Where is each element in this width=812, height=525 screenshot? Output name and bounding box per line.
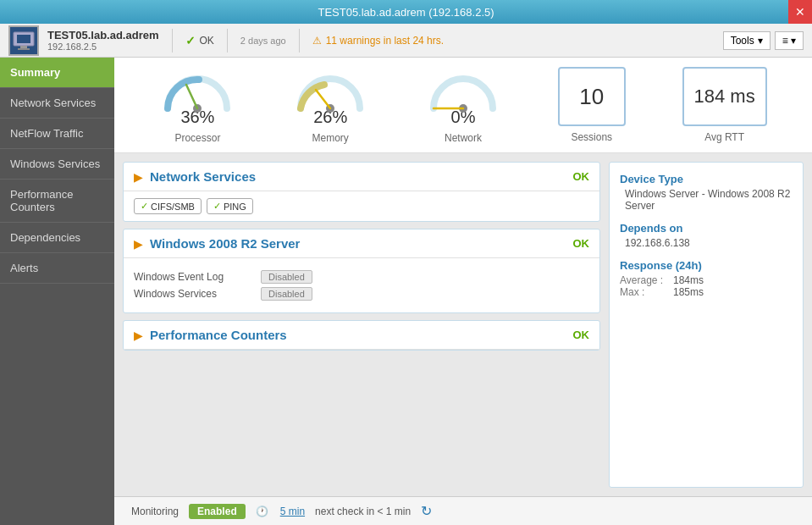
sidebar-item-netflow-traffic[interactable]: NetFlow Traffic: [0, 119, 114, 149]
tools-button[interactable]: Tools ▾: [723, 31, 771, 50]
monitoring-label: Monitoring: [131, 506, 179, 517]
sidebar-item-alerts[interactable]: Alerts: [0, 253, 114, 284]
windows2008-header: ▶ Windows 2008 R2 Server OK: [124, 229, 599, 258]
response-section: Response (24h) Average : 184ms Max : 185…: [620, 259, 793, 298]
depends-on-section: Depends on 192.168.6.138: [620, 222, 793, 249]
processor-metric: 36% Processor: [159, 66, 235, 144]
title-bar: TEST05.lab.ad.adrem (192.168.2.5) ✕: [0, 0, 812, 24]
max-label: Max :: [620, 286, 666, 298]
depends-on-value: 192.168.6.138: [620, 237, 793, 249]
perf-counters-header: ▶ Performance Counters OK: [124, 321, 599, 350]
hostname: TEST05.lab.ad.adrem: [47, 29, 159, 41]
sidebar-item-network-services[interactable]: Network Services: [0, 88, 114, 119]
clock-icon: 🕐: [256, 506, 268, 517]
right-panel: Device Type Windows Server - Windows 200…: [609, 162, 804, 488]
chevron-down-icon: ▾: [791, 35, 796, 47]
perf-counters-panel: ▶ Performance Counters OK: [123, 320, 600, 351]
divider-3: [299, 29, 300, 52]
window-title: TEST05.lab.ad.adrem (192.168.2.5): [318, 6, 494, 19]
service-rows: Windows Event Log Disabled Windows Servi…: [134, 265, 589, 306]
network-services-panel: ▶ Network Services OK ✓ CIFS/SMB ✓: [123, 162, 600, 222]
close-button[interactable]: ✕: [788, 0, 812, 24]
windows-event-log-label: Windows Event Log: [134, 271, 252, 283]
average-value: 184ms: [673, 274, 704, 286]
ping-badge: ✓ PING: [207, 198, 253, 214]
windows2008-title: Windows 2008 R2 Server: [150, 236, 566, 251]
device-type-section: Device Type Windows Server - Windows 200…: [620, 173, 793, 212]
panel-arrow-icon: ▶: [134, 329, 143, 342]
memory-gauge: [292, 66, 368, 113]
chevron-down-icon: ▾: [758, 35, 763, 47]
avgrtt-metric: 184 ms Avg RTT: [682, 67, 767, 143]
response-average-row: Average : 184ms: [620, 274, 793, 286]
windows-services-row: Windows Services Disabled: [134, 287, 589, 301]
windows2008-body: Windows Event Log Disabled Windows Servi…: [124, 258, 599, 312]
sessions-value: 10: [579, 84, 604, 110]
windows2008-status: OK: [573, 237, 590, 250]
windows2008-panel: ▶ Windows 2008 R2 Server OK Windows Even…: [123, 229, 600, 313]
depends-on-title: Depends on: [620, 222, 793, 235]
sidebar-item-performance-counters[interactable]: Performance Counters: [0, 180, 114, 223]
max-value: 185ms: [673, 286, 704, 298]
svg-rect-1: [17, 35, 30, 43]
network-metric: 0% Network: [425, 66, 501, 144]
network-label: Network: [445, 132, 482, 144]
panel-arrow-icon: ▶: [134, 170, 143, 184]
badge-row: ✓ CIFS/SMB ✓ PING: [134, 198, 589, 214]
cifs-smb-badge: ✓ CIFS/SMB: [134, 198, 202, 214]
memory-metric: 26% Memory: [292, 66, 368, 144]
memory-label: Memory: [312, 132, 349, 144]
divider-1: [172, 29, 173, 52]
network-services-title: Network Services: [150, 169, 566, 184]
sidebar-item-dependencies[interactable]: Dependencies: [0, 223, 114, 253]
network-gauge: [425, 66, 501, 113]
device-type-title: Device Type: [620, 173, 793, 185]
sidebar-item-windows-services[interactable]: Windows Services: [0, 149, 114, 180]
windows-event-log-status: Disabled: [261, 270, 312, 284]
ip-address: 192.168.2.5: [47, 41, 159, 52]
check-icon: ✓: [213, 201, 221, 212]
header: TEST05.lab.ad.adrem 192.168.2.5 ✓ OK 2 d…: [0, 24, 812, 58]
avgrtt-label: Avg RTT: [704, 131, 744, 143]
response-max-row: Max : 185ms: [620, 286, 793, 298]
perf-counters-title: Performance Counters: [150, 328, 566, 342]
svg-line-7: [316, 90, 330, 108]
next-check-label: next check in < 1 min: [315, 506, 411, 517]
device-icon: [8, 25, 39, 56]
svg-line-5: [186, 85, 197, 108]
sidebar-item-summary[interactable]: Summary: [0, 58, 114, 88]
device-type-value: Windows Server - Windows 2008 R2 Server: [620, 188, 793, 212]
time-ago: 2 days ago: [240, 36, 286, 46]
windows-event-log-row: Windows Event Log Disabled: [134, 270, 589, 284]
divider-2: [227, 29, 228, 52]
device-info: TEST05.lab.ad.adrem 192.168.2.5: [47, 29, 159, 52]
check-icon: ✓: [141, 201, 148, 212]
metrics-row: 36% Processor 26% Memory: [114, 58, 812, 153]
enabled-badge: Enabled: [189, 504, 246, 519]
header-right: Tools ▾ ≡ ▾: [723, 31, 804, 50]
network-services-body: ✓ CIFS/SMB ✓ PING: [124, 191, 599, 221]
sidebar: Summary Network Services NetFlow Traffic…: [0, 58, 114, 525]
left-panels: ▶ Network Services OK ✓ CIFS/SMB ✓: [123, 162, 600, 488]
processor-gauge: [159, 66, 235, 113]
average-label: Average :: [620, 274, 666, 286]
status-text: OK: [200, 35, 214, 47]
sessions-label: Sessions: [571, 131, 612, 143]
processor-label: Processor: [174, 132, 220, 144]
windows-services-status: Disabled: [261, 287, 312, 301]
network-services-header: ▶ Network Services OK: [124, 163, 599, 191]
warning-icon: ⚠: [312, 35, 322, 47]
warnings-indicator: ⚠ 11 warnings in last 24 hrs.: [312, 35, 444, 47]
sessions-box: 10: [558, 67, 626, 126]
windows-services-label: Windows Services: [134, 288, 252, 300]
interval-link[interactable]: 5 min: [280, 506, 305, 517]
network-services-status: OK: [573, 170, 590, 183]
warnings-text: 11 warnings in last 24 hrs.: [326, 35, 444, 47]
status-indicator: ✓ OK: [185, 34, 214, 47]
menu-button[interactable]: ≡ ▾: [775, 31, 804, 50]
sessions-metric: 10 Sessions: [558, 67, 626, 143]
response-title: Response (24h): [620, 259, 793, 272]
avgrtt-value: 184 ms: [694, 86, 755, 108]
content-area: 36% Processor 26% Memory: [114, 58, 812, 525]
refresh-icon[interactable]: ↻: [421, 503, 432, 519]
